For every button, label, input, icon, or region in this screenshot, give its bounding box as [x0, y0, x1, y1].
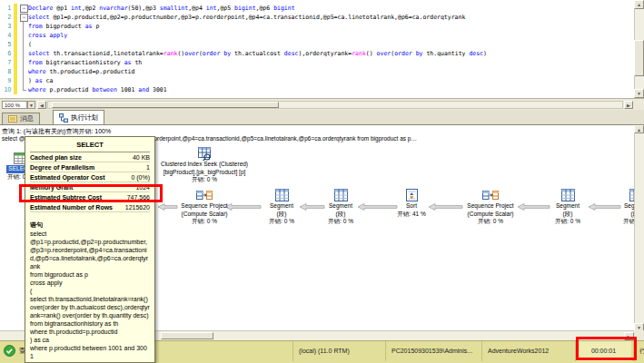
tooltip-statement-line: cross apply	[30, 279, 150, 287]
code-line[interactable]: 8where th.productid=p.productid	[0, 67, 487, 76]
fold-guide	[19, 76, 28, 85]
code-text: where th.productid=p.productid	[28, 67, 134, 76]
sql-editor[interactable]: 1Declare @p1 int,@p2 nvarchar(50),@p3 sm…	[0, 0, 644, 98]
segment-icon	[561, 189, 575, 201]
fold-guide	[19, 22, 28, 31]
code-line[interactable]: 4cross apply	[0, 31, 487, 40]
tab-execution-plan[interactable]: 执行计划	[53, 110, 104, 124]
results-tab-strip: 消息 执行计划	[0, 110, 644, 124]
code-token: int	[206, 5, 217, 12]
tooltip-rows: Cached plan size40 KBDegree of Paralleli…	[30, 152, 150, 212]
editor-hscroll-thumb[interactable]	[52, 102, 279, 108]
tooltip-stat-label: Cached plan size	[30, 154, 82, 161]
code-line[interactable]: 10where p.productid between 1001 and 300…	[0, 85, 487, 94]
scroll-left-icon[interactable]: ◀	[37, 101, 46, 109]
code-line[interactable]: 9) as ca	[0, 76, 487, 85]
editor-vscrollbar[interactable]: ▲ ▼	[634, 0, 644, 98]
fold-collapse-icon[interactable]	[19, 13, 28, 22]
tooltip-stat-label: Estimated Number of Rows	[30, 204, 113, 211]
ssms-window: 1Declare @p1 int,@p2 nvarchar(50),@p3 sm…	[0, 0, 644, 363]
code-text: from bigproduct as p	[28, 22, 99, 31]
fold-collapse-icon[interactable]	[19, 4, 28, 13]
code-token: ),orderqtyrank=	[298, 50, 352, 57]
change-tracking-bar	[14, 22, 17, 31]
code-token: th	[134, 59, 142, 66]
code-token: over	[377, 50, 391, 57]
line-number: 10	[0, 85, 14, 94]
zoom-level-select[interactable]: 100 %	[2, 101, 27, 109]
code-token: bigproduct	[46, 23, 85, 30]
code-line[interactable]: 2select @p1=p.productid,@p2=p.productnum…	[0, 13, 487, 22]
code-line[interactable]: 1Declare @p1 int,@p2 nvarchar(50),@p3 sm…	[0, 4, 487, 13]
change-tracking-bar	[14, 4, 17, 13]
code-line[interactable]: 5(	[0, 40, 487, 49]
code-token: desc	[469, 50, 483, 57]
code-token: p	[95, 23, 99, 30]
zoom-dropdown-arrow-icon[interactable]: ▼	[27, 101, 35, 109]
code-token: ,@p4	[188, 5, 206, 12]
code-line[interactable]: 6select th.transactionid,linetotalrank=r…	[0, 49, 487, 58]
scroll-down-icon[interactable]: ▼	[634, 89, 644, 98]
change-tracking-bar	[14, 67, 17, 76]
scroll-right-icon[interactable]: ▶	[624, 101, 633, 109]
plan-scroll-up-icon[interactable]: ▲	[634, 125, 644, 133]
clustered-index-seek-icon	[197, 147, 212, 161]
tooltip-statement-label: 语句	[30, 221, 150, 230]
plan-node-label: Clustered Index Seek (Clustered)	[150, 161, 259, 169]
sequence-project-icon	[482, 189, 499, 201]
fold-guide	[19, 58, 28, 67]
code-line[interactable]: 3from bigproduct as p	[0, 22, 487, 31]
editor-hscroll-track[interactable]	[47, 101, 623, 109]
code-text: from bigtransactionhistory as th	[28, 58, 142, 67]
fold-guide	[19, 67, 28, 76]
tooltip-stat-value: 40 KB	[133, 154, 150, 161]
code-token: ()	[366, 50, 377, 57]
operator-tooltip: SELECT Cached plan size40 KBDegree of Pa…	[25, 136, 155, 363]
code-token: from	[28, 23, 46, 30]
scroll-up-icon[interactable]: ▲	[634, 0, 644, 9]
tooltip-stat-row: Estimated Number of Rows1215620	[30, 202, 150, 212]
change-tracking-bar	[14, 40, 17, 49]
editor-vscroll-thumb[interactable]	[634, 40, 644, 76]
code-token: order by	[394, 50, 426, 57]
code-token: )	[483, 50, 487, 57]
code-token: th.transactionid,linetotalrank=	[53, 50, 163, 57]
code-token: cross apply	[28, 32, 67, 39]
segment-icon	[334, 189, 348, 201]
code-text: where p.productid between 1001 and 3001	[28, 85, 167, 94]
change-tracking-bar	[14, 13, 17, 22]
code-token: th.quantity	[426, 50, 469, 57]
code-text: ) as ca	[28, 76, 53, 85]
line-number: 6	[0, 49, 14, 58]
change-tracking-bar	[14, 85, 17, 94]
tooltip-statement-line: select	[30, 230, 150, 238]
code-area[interactable]: 1Declare @p1 int,@p2 nvarchar(50),@p3 sm…	[0, 4, 487, 94]
plan-node-label: 开销: 0 %	[286, 218, 395, 226]
fold-guide	[19, 49, 28, 58]
tooltip-stat-row: Estimated Operator Cost0 (0%)	[30, 172, 150, 182]
tab-messages[interactable]: 消息	[2, 113, 40, 124]
plan-vscrollbar[interactable]: ▲ ▼	[634, 125, 644, 331]
code-token: select	[28, 14, 53, 21]
code-line[interactable]: 7from bigtransactionhistory as th	[0, 58, 487, 67]
tooltip-statement-line: select th.transactionid,linetotalrank=ra…	[30, 295, 150, 319]
code-text: select th.transactionid,linetotalrank=ra…	[28, 49, 487, 58]
code-token: as	[35, 77, 46, 84]
plan-node-label: [bigProduct].[pk_bigProduct] [p]	[150, 169, 259, 177]
tab-execution-plan-label: 执行计划	[71, 111, 98, 124]
code-token: th.actualcost	[234, 50, 284, 57]
plan-hscroll-thumb[interactable]	[161, 332, 213, 339]
tooltip-stat-value: 0 (0%)	[131, 174, 150, 181]
code-token: (50),@p3	[128, 5, 160, 12]
line-number: 3	[0, 22, 14, 31]
status-cell: PC201509301539\Adminis...	[385, 341, 480, 361]
line-number: 8	[0, 67, 14, 76]
code-token: as	[85, 23, 96, 30]
fold-guide	[19, 31, 28, 40]
plan-node[interactable]: Clustered Index Seek (Clustered)[bigProd…	[150, 147, 259, 184]
tooltip-stat-row: Cached plan size40 KB	[30, 152, 150, 162]
line-number: 7	[0, 58, 14, 67]
tooltip-stat-value: 1215620	[125, 204, 150, 211]
code-text: cross apply	[28, 31, 67, 40]
tooltip-statement-line: from bigproduct as p	[30, 270, 150, 279]
